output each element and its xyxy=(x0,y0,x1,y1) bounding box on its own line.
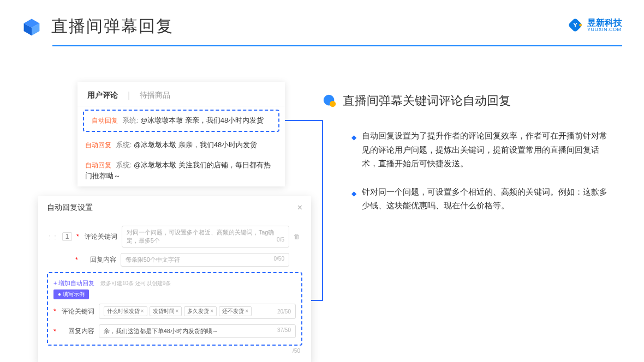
keyword-chip[interactable]: 还不发货× xyxy=(219,306,252,316)
keyword-chip[interactable]: 什么时候发货× xyxy=(104,306,147,316)
diamond-icon: ◆ xyxy=(351,188,356,213)
required-mark: * xyxy=(76,233,79,240)
auto-reply-tag: 自动回复 xyxy=(85,141,111,149)
add-hint: 最多可建10条 还可以创建9条 xyxy=(100,280,171,286)
example-keyword-label: 评论关键词 xyxy=(62,307,94,316)
svg-text:Y: Y xyxy=(573,22,577,28)
tab-divider: | xyxy=(128,90,130,104)
bullet-text: 自动回复设置为了提升作者的评论回复效率，作者可在开播前针对常见的评论用户问题，提… xyxy=(362,129,611,171)
example-reply-label: 回复内容 xyxy=(62,327,94,336)
brand-name-en: YUUXIN.COM xyxy=(587,27,622,32)
auto-reply-tag: 自动回复 xyxy=(85,161,111,169)
bullet-item: ◆ 针对同一个问题，可设置多个相近的、高频的关键词。例如：这款多少钱、这块能优惠… xyxy=(322,185,611,213)
comment-row: 自动回复 系统: @冰墩墩本墩 关注我们的店铺，每日都有热门推荐呦～ xyxy=(77,155,285,187)
header-rule xyxy=(52,45,622,46)
reply-content-input[interactable]: 每条限50个中文字符 0/50 xyxy=(121,253,289,267)
char-counter: 20/50 xyxy=(277,309,291,315)
page-title: 直播间弹幕回复 xyxy=(51,15,174,38)
keyword-label: 评论关键词 xyxy=(85,232,117,242)
comment-row: 自动回复 系统: @冰墩墩本墩 亲亲，我们48小时内发货 xyxy=(77,135,285,155)
bullet-text: 针对同一个问题，可设置多个相近的、高频的关键词。例如：这款多少钱、这块能优惠吗、… xyxy=(362,185,611,213)
cube-icon xyxy=(22,17,41,37)
example-box: + 增加自动回复 最多可建10条 还可以创建9条 ● 填写示例 * 评论关键词 … xyxy=(47,272,302,346)
trailing-counter: /50 xyxy=(47,348,302,354)
char-counter: 0/50 xyxy=(274,256,284,262)
example-reply-input[interactable]: 亲，我们这边都是下单48小时内发货的哦～ 37/50 xyxy=(99,324,296,338)
drag-handle-icon[interactable]: ⋮⋮ xyxy=(47,234,58,240)
bullet-item: ◆ 自动回复设置为了提升作者的评论回复效率，作者可在开播前针对常见的评论用户问题… xyxy=(322,129,611,171)
comment-text: @冰墩墩本墩 亲亲，我们48小时内发货 xyxy=(134,141,257,149)
keyword-chip[interactable]: 多久发货× xyxy=(184,306,217,316)
comment-text: @冰墩墩本墩 亲亲，我们48小时内发货 xyxy=(140,116,264,124)
tab-user-comments[interactable]: 用户评论 xyxy=(87,90,118,104)
keyword-input[interactable]: 对同一个问题，可设置多个相近、高频的关键词，Tag确定，最多5个 0/5 xyxy=(122,226,289,248)
required-mark: * xyxy=(75,256,78,264)
required-mark: * xyxy=(53,307,56,315)
example-pill: ● 填写示例 xyxy=(53,289,89,299)
comments-card: 用户评论 | 待播商品 自动回复 系统: @冰墩墩本墩 亲亲，我们48小时内发货… xyxy=(77,82,285,186)
bubble-icon xyxy=(322,93,337,108)
svg-point-7 xyxy=(330,101,336,107)
add-auto-reply-link[interactable]: + 增加自动回复 xyxy=(53,280,94,286)
system-label: 系统: xyxy=(116,141,132,149)
reply-content-label: 回复内容 xyxy=(84,255,116,264)
svg-point-5 xyxy=(579,24,582,27)
brand-name-cn: 昱新科技 xyxy=(587,19,622,27)
comment-row-highlighted: 自动回复 系统: @冰墩墩本墩 亲亲，我们48小时内发货 xyxy=(83,110,279,132)
comment-text: @冰墩墩本墩 关注我们的店铺，每日都有热门推荐呦～ xyxy=(85,161,271,180)
auto-reply-tag: 自动回复 xyxy=(92,117,118,124)
close-icon[interactable]: × xyxy=(297,203,302,213)
settings-title: 自动回复设置 xyxy=(47,203,93,213)
section-title: 直播间弹幕关键词评论自动回复 xyxy=(343,93,511,109)
brand-diamond-icon: Y xyxy=(567,16,584,34)
diamond-icon: ◆ xyxy=(351,132,356,171)
keyword-chips: 什么时候发货× 发货时间× 多久发货× 还不发货× xyxy=(104,306,252,316)
trash-icon[interactable]: 🗑 xyxy=(294,233,302,240)
system-label: 系统: xyxy=(116,161,132,169)
required-mark: * xyxy=(53,328,56,335)
auto-reply-settings-card: 自动回复设置 × ⋮⋮ 1 * 评论关键词 对同一个问题，可设置多个相近、高频的… xyxy=(38,196,311,362)
brand-logo: Y 昱新科技 YUUXIN.COM xyxy=(567,16,622,34)
keyword-chip[interactable]: 发货时间× xyxy=(150,306,182,316)
system-label: 系统: xyxy=(122,116,139,124)
example-keyword-input[interactable]: 什么时候发货× 发货时间× 多久发货× 还不发货× 20/50 xyxy=(99,304,296,319)
index-badge: 1 xyxy=(62,232,72,241)
char-counter: 0/5 xyxy=(277,237,284,243)
tab-pending-products[interactable]: 待播商品 xyxy=(140,90,170,104)
connector-line xyxy=(311,300,323,301)
char-counter: 37/50 xyxy=(277,327,291,333)
